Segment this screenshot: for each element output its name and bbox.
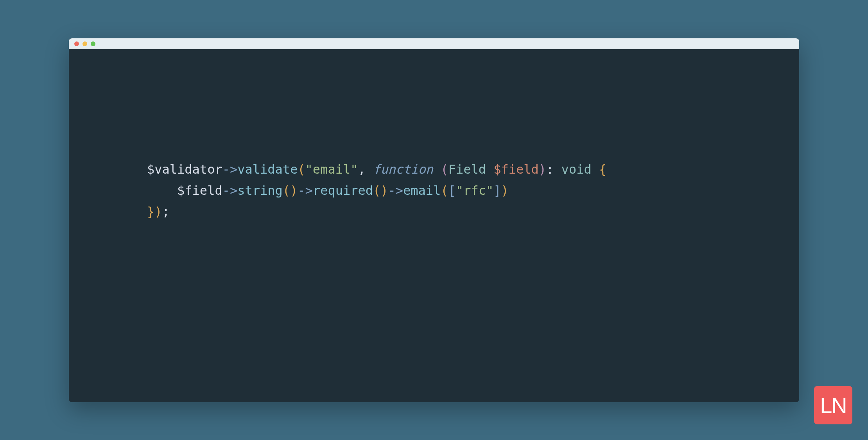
paren-token: (: [298, 162, 305, 177]
paren-token: (): [373, 183, 388, 198]
brace-token: {: [599, 162, 606, 177]
paren-token: (): [283, 183, 298, 198]
code-editor: $validator->validate("email", function (…: [69, 49, 799, 223]
comma-token: ,: [358, 162, 373, 177]
brace-token: }: [147, 204, 154, 219]
paren-token: (: [441, 183, 448, 198]
arrow-token: ->: [222, 183, 238, 198]
code-line-1: $validator->validate("email", function (…: [147, 162, 606, 177]
bracket-token: [: [448, 183, 456, 198]
paren-token: (: [441, 162, 448, 177]
space-token: [433, 162, 441, 177]
type-token: void: [561, 162, 592, 177]
arrow-token: ->: [298, 183, 313, 198]
method-token: validate: [237, 162, 298, 177]
variable-token: $field: [177, 183, 222, 198]
code-line-2: $field->string()->required()->email(["rf…: [147, 183, 509, 198]
type-token: Field: [448, 162, 494, 177]
paren-token: ): [154, 204, 162, 219]
window-titlebar: [69, 38, 799, 49]
minimize-icon[interactable]: [82, 41, 87, 46]
maximize-icon[interactable]: [91, 41, 95, 46]
semicolon-token: ;: [162, 204, 170, 219]
paren-token: ): [539, 162, 546, 177]
variable-token: $validator: [147, 162, 222, 177]
colon-token: :: [546, 162, 561, 177]
keyword-token: function: [373, 162, 433, 177]
logo-text: LN: [820, 393, 846, 418]
string-token: "email": [305, 162, 358, 177]
brand-logo: LN: [814, 386, 852, 424]
method-token: email: [403, 183, 441, 198]
string-token: "rfc": [456, 183, 493, 198]
paren-token: ): [501, 183, 508, 198]
code-window: $validator->validate("email", function (…: [69, 38, 799, 402]
arrow-token: ->: [222, 162, 238, 177]
param-token: $field: [493, 162, 539, 177]
indent-token: [147, 183, 177, 198]
arrow-token: ->: [388, 183, 404, 198]
bracket-token: ]: [493, 183, 501, 198]
code-line-3: });: [147, 204, 170, 219]
method-token: string: [237, 183, 283, 198]
close-icon[interactable]: [74, 41, 79, 46]
method-token: required: [313, 183, 373, 198]
space-token: [592, 162, 599, 177]
